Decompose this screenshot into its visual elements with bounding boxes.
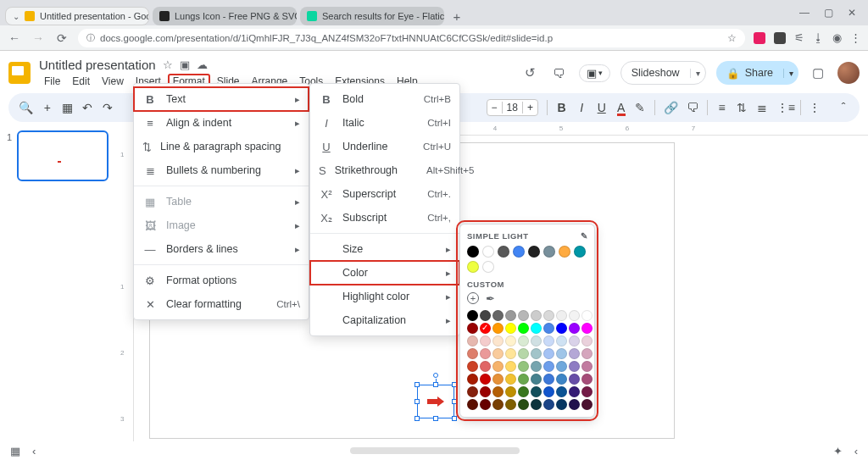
- color-swatch[interactable]: [581, 399, 593, 410]
- resize-handle[interactable]: [433, 382, 438, 387]
- present-dropdown[interactable]: ▣▾: [579, 64, 610, 82]
- color-swatch[interactable]: [556, 361, 567, 372]
- color-swatch[interactable]: [492, 310, 504, 321]
- collapse-toolbar-icon[interactable]: ˆ: [837, 101, 849, 114]
- slideshow-button[interactable]: Slideshow ▾: [620, 61, 706, 85]
- profile-icon[interactable]: ◉: [832, 31, 842, 44]
- undo-icon[interactable]: ↶: [81, 101, 93, 114]
- extensions-icon[interactable]: ⚟: [794, 31, 804, 44]
- format-borders[interactable]: — Borders & lines ▸: [134, 237, 309, 261]
- color-swatch[interactable]: [492, 399, 504, 410]
- color-swatch[interactable]: [569, 361, 580, 372]
- color-swatch[interactable]: [513, 246, 525, 258]
- color-swatch[interactable]: [556, 399, 567, 410]
- color-swatch[interactable]: [480, 399, 491, 410]
- account-avatar[interactable]: [837, 62, 860, 84]
- color-swatch[interactable]: [492, 323, 504, 334]
- menu-view[interactable]: View: [97, 74, 129, 89]
- color-swatch[interactable]: [518, 323, 529, 334]
- color-swatch[interactable]: [467, 386, 478, 397]
- format-align[interactable]: ≡ Align & indent ▸: [134, 111, 309, 135]
- color-swatch[interactable]: [467, 399, 478, 410]
- font-size-control[interactable]: − 18 +: [487, 99, 538, 116]
- resize-handle[interactable]: [452, 399, 457, 404]
- slide-thumbnail[interactable]: 1: [7, 130, 112, 181]
- color-swatch[interactable]: [492, 361, 504, 372]
- color-swatch[interactable]: [505, 335, 516, 346]
- color-swatch[interactable]: [528, 246, 540, 258]
- color-swatch[interactable]: [480, 361, 491, 372]
- color-swatch[interactable]: [531, 399, 542, 410]
- star-icon[interactable]: ☆: [727, 32, 737, 44]
- color-swatch[interactable]: [505, 310, 516, 321]
- color-swatch[interactable]: [569, 386, 580, 397]
- color-swatch[interactable]: [543, 335, 554, 346]
- color-swatch[interactable]: [518, 310, 529, 321]
- color-swatch[interactable]: [467, 261, 479, 273]
- color-swatch[interactable]: [581, 310, 593, 321]
- color-swatch[interactable]: [531, 374, 542, 385]
- color-swatch[interactable]: [505, 348, 516, 359]
- resize-handle[interactable]: [415, 399, 420, 404]
- add-custom-color[interactable]: +: [467, 292, 479, 304]
- underline-icon[interactable]: U: [596, 101, 608, 114]
- text-italic[interactable]: I Italic Ctrl+I: [310, 111, 459, 135]
- bulleted-list-icon[interactable]: ⋮≡: [776, 101, 792, 114]
- format-options[interactable]: ⚙ Format options: [134, 269, 309, 292]
- collapse-filmstrip-icon[interactable]: ‹: [32, 445, 36, 457]
- format-clear[interactable]: ✕ Clear formatting Ctrl+\: [134, 292, 309, 316]
- color-swatch[interactable]: [505, 386, 516, 397]
- color-swatch[interactable]: [581, 348, 593, 359]
- slides-logo-icon[interactable]: [8, 62, 31, 84]
- browser-tab-active[interactable]: ⌄ Untitled presentation - Google: [5, 7, 149, 25]
- color-swatch[interactable]: [518, 348, 529, 359]
- chevron-down-icon[interactable]: ⌄: [13, 12, 19, 21]
- eyedropper-icon[interactable]: ✒: [486, 292, 495, 305]
- color-swatch[interactable]: [569, 335, 580, 346]
- history-icon[interactable]: ↺: [521, 64, 540, 82]
- color-swatch[interactable]: [480, 323, 491, 334]
- italic-icon[interactable]: I: [576, 101, 587, 114]
- edit-theme-icon[interactable]: ✎: [581, 231, 588, 241]
- format-spacing[interactable]: ⇅ Line & paragraph spacing ▸: [134, 135, 309, 158]
- resize-handle[interactable]: [415, 416, 420, 421]
- selected-shape[interactable]: [417, 385, 454, 418]
- close-icon[interactable]: ✕: [846, 7, 858, 19]
- resize-handle[interactable]: [433, 416, 438, 421]
- color-swatch[interactable]: [581, 361, 593, 372]
- layout-icon[interactable]: ▦: [62, 101, 74, 114]
- color-swatch[interactable]: [581, 374, 593, 385]
- color-swatch[interactable]: [492, 374, 504, 385]
- forward-icon[interactable]: →: [31, 31, 46, 45]
- grid-view-icon[interactable]: ▦: [10, 445, 20, 457]
- text-underline[interactable]: U Underline Ctrl+U: [310, 135, 459, 158]
- format-text[interactable]: B Text ▸: [134, 87, 309, 111]
- color-swatch[interactable]: [543, 310, 554, 321]
- color-swatch[interactable]: [467, 310, 478, 321]
- text-color-icon[interactable]: A: [616, 101, 626, 114]
- share-button[interactable]: 🔒Share ▾: [716, 61, 798, 85]
- color-swatch[interactable]: [482, 246, 494, 258]
- extension-icon[interactable]: [774, 32, 786, 44]
- cloud-icon[interactable]: ☁: [197, 58, 208, 71]
- color-swatch[interactable]: [543, 323, 554, 334]
- color-swatch[interactable]: [467, 323, 478, 334]
- color-swatch[interactable]: [543, 386, 554, 397]
- color-swatch[interactable]: [556, 335, 567, 346]
- comment-icon[interactable]: 🗨: [687, 101, 698, 114]
- text-highlight[interactable]: Highlight color ▸: [310, 285, 459, 308]
- color-swatch[interactable]: [556, 348, 567, 359]
- color-swatch[interactable]: [482, 261, 494, 273]
- color-swatch[interactable]: [505, 361, 516, 372]
- format-bullets[interactable]: ≣ Bullets & numbering ▸: [134, 158, 309, 182]
- download-icon[interactable]: ⭳: [813, 31, 824, 44]
- minimize-icon[interactable]: —: [798, 7, 810, 19]
- link-icon[interactable]: 🔗: [664, 101, 678, 114]
- menu-file[interactable]: File: [39, 74, 65, 89]
- rotate-handle[interactable]: [433, 373, 438, 378]
- horizontal-scrollbar[interactable]: [350, 447, 520, 454]
- color-swatch[interactable]: [531, 335, 542, 346]
- text-subscript[interactable]: X₂ Subscript Ctrl+,: [310, 206, 459, 230]
- color-swatch[interactable]: [480, 348, 491, 359]
- move-icon[interactable]: ▣: [180, 58, 190, 71]
